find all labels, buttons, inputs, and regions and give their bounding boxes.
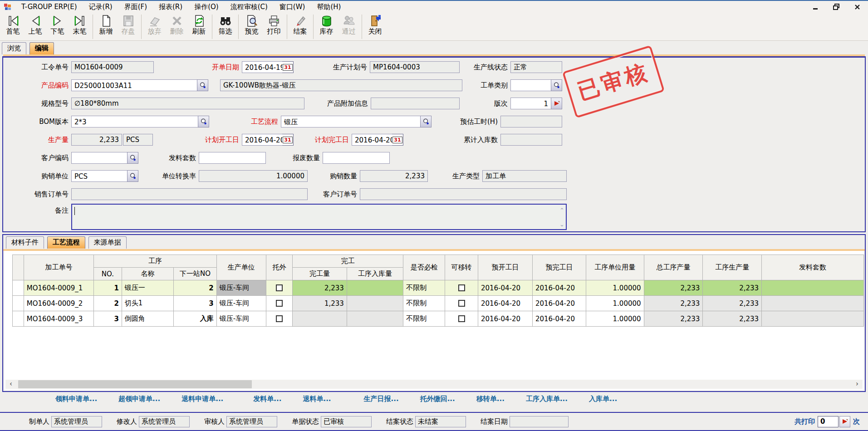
col-unit[interactable]: 生产单位 <box>216 255 266 280</box>
line-status-field[interactable]: 正常 <box>510 61 562 73</box>
col-group-process[interactable]: 工序 <box>94 255 217 268</box>
toolbar-save-button[interactable]: 存盘 <box>117 14 139 35</box>
menu-operation[interactable]: 操作(O) <box>188 1 225 12</box>
minimize-icon[interactable] <box>812 3 819 10</box>
magnifier-icon[interactable] <box>127 152 138 164</box>
link-daily-report[interactable]: 生产日报... <box>364 395 399 403</box>
tab-browse[interactable]: 浏览 <box>2 42 26 54</box>
toolbar-exit-button[interactable]: 关闭 <box>364 14 386 35</box>
prod-type-field[interactable]: 加工单 <box>482 170 567 182</box>
row-indicator[interactable] <box>13 280 24 296</box>
scroll-up-icon[interactable]: ⌃ <box>559 207 564 213</box>
open-date-field[interactable]: 2016-04-19 31 <box>242 61 294 73</box>
col-done-qty[interactable]: 完工量 <box>293 268 347 280</box>
transferable-checkbox[interactable] <box>458 284 465 291</box>
product-extra-field[interactable] <box>371 98 460 109</box>
bom-version-field[interactable]: 2*3 <box>71 116 209 127</box>
remark-field[interactable]: ⌃ ⌄ <box>71 204 567 230</box>
magnifier-icon[interactable] <box>198 116 209 127</box>
total-in-stock-field[interactable] <box>500 134 562 146</box>
menu-workflow-audit[interactable]: 流程审核(C) <box>225 1 274 12</box>
toolbar-print-button[interactable]: 打印 <box>263 14 285 35</box>
scrap-qty-field[interactable] <box>323 152 390 164</box>
col-outsource[interactable]: 托外 <box>266 255 292 280</box>
plan-start-field[interactable]: 2016-04-20 31 <box>242 134 294 146</box>
process-flow-field[interactable]: 锻压 <box>281 116 432 127</box>
scroll-down-icon[interactable]: ⌄ <box>559 221 564 227</box>
toolbar-first-button[interactable]: 首笔 <box>2 14 24 35</box>
menu-window[interactable]: 窗口(W) <box>274 1 311 12</box>
col-total-output[interactable]: 总工序产量 <box>644 255 703 280</box>
tab-source-documents[interactable]: 来源单据 <box>88 236 127 249</box>
restore-icon[interactable] <box>833 3 840 10</box>
toolbar-new-button[interactable]: 新增 <box>95 14 117 35</box>
menu-interface[interactable]: 界面(F) <box>118 1 153 12</box>
print-count-field[interactable]: 0 <box>818 416 839 427</box>
col-no[interactable]: NO. <box>94 268 122 280</box>
magnifier-icon[interactable] <box>127 170 138 182</box>
link-issue-doc[interactable]: 发料单... <box>253 395 281 403</box>
qty-unit-field[interactable]: PCS <box>123 134 153 146</box>
horizontal-scrollbar[interactable]: ‹ › <box>5 380 863 389</box>
magnifier-icon[interactable] <box>197 79 208 91</box>
scroll-right-icon[interactable]: › <box>853 380 862 389</box>
link-material-request[interactable]: 领料申请单... <box>55 395 97 403</box>
magnifier-icon[interactable] <box>551 79 562 91</box>
menu-report[interactable]: 报表(R) <box>153 1 188 12</box>
transferable-checkbox[interactable] <box>458 315 465 322</box>
close-icon[interactable] <box>853 3 861 10</box>
sales-unit-field[interactable]: PCS <box>71 170 138 182</box>
table-row[interactable]: MO1604-0009_3 3 倒圆角 入库 锻压-车间 不限制 2016-04… <box>13 311 864 327</box>
col-order-no[interactable]: 加工单号 <box>24 255 93 280</box>
link-process-instock[interactable]: 工序入库单... <box>526 395 568 403</box>
outsource-checkbox[interactable] <box>276 300 283 307</box>
toolbar-prev-button[interactable]: 上笔 <box>24 14 46 35</box>
link-return-request[interactable]: 退料申请单... <box>181 395 223 403</box>
row-indicator[interactable] <box>13 311 24 327</box>
calendar-31-icon[interactable]: 31 <box>282 134 294 146</box>
link-transfer-doc[interactable]: 移转单... <box>476 395 505 403</box>
magnifier-icon[interactable] <box>420 116 432 127</box>
transferable-checkbox[interactable] <box>458 300 465 307</box>
toolbar-close-case-button[interactable]: 结案 <box>289 14 311 35</box>
table-row[interactable]: MO1604-0009_2 2 切头1 3 锻压-车间 1,233 不限制 20… <box>13 296 864 311</box>
col-in-qty[interactable]: 工序入库量 <box>347 268 403 280</box>
product-name-field[interactable]: GK-100WB散热器-锻压 <box>220 79 462 91</box>
toolbar-approve-button[interactable]: 通过 <box>338 14 360 35</box>
issue-sets-field[interactable] <box>199 152 266 164</box>
toolbar-refresh-button[interactable]: 刷新 <box>188 14 210 35</box>
red-arrow-icon[interactable] <box>839 416 850 427</box>
col-unit-usage[interactable]: 工序单位用量 <box>586 255 644 280</box>
link-over-request[interactable]: 超领申请单... <box>118 395 160 403</box>
plan-finish-field[interactable]: 2016-04-20 31 <box>352 134 403 146</box>
menu-help[interactable]: 帮助(H) <box>311 1 347 12</box>
scrollbar-thumb[interactable] <box>18 380 252 388</box>
toolbar-preview-button[interactable]: 预览 <box>240 14 263 35</box>
toolbar-last-button[interactable]: 末笔 <box>69 14 91 35</box>
work-order-no-field[interactable]: MO1604-0009 <box>71 61 154 73</box>
customer-code-field[interactable] <box>71 152 138 164</box>
order-category-field[interactable] <box>510 79 562 91</box>
toolbar-filter-button[interactable]: 筛选 <box>214 14 236 35</box>
table-row[interactable]: MO1604-0009_1 1 锻压一 2 锻压-车间 2,233 不限制 20… <box>13 280 864 296</box>
product-code-field[interactable]: D250001003A11 <box>71 79 208 91</box>
tab-material-children[interactable]: 材料子件 <box>6 236 44 249</box>
spec-field[interactable]: ∅180*80mm <box>71 98 304 109</box>
link-return-doc[interactable]: 退料单... <box>303 395 331 403</box>
col-name[interactable]: 名称 <box>122 268 173 280</box>
outsource-checkbox[interactable] <box>276 315 283 322</box>
col-pre-finish[interactable]: 预完工日 <box>532 255 586 280</box>
tab-edit[interactable]: 编辑 <box>29 42 54 54</box>
version-field[interactable]: 1 <box>510 98 562 109</box>
link-outsource-return[interactable]: 托外缴回... <box>420 395 455 403</box>
calendar-31-icon[interactable]: 31 <box>282 61 294 73</box>
qty-field[interactable]: 2,233 <box>71 134 122 146</box>
row-indicator[interactable] <box>13 296 24 311</box>
col-issue-sets[interactable]: 发料套数 <box>762 255 864 280</box>
menu-record[interactable]: 记录(R) <box>83 1 118 12</box>
toolbar-discard-button[interactable]: 放弃 <box>143 14 166 35</box>
red-arrow-icon[interactable] <box>551 98 562 109</box>
toolbar-next-button[interactable]: 下笔 <box>46 14 69 35</box>
toolbar-inventory-button[interactable]: 库存 <box>315 14 338 35</box>
sales-qty-field[interactable]: 2,233 <box>360 170 428 182</box>
